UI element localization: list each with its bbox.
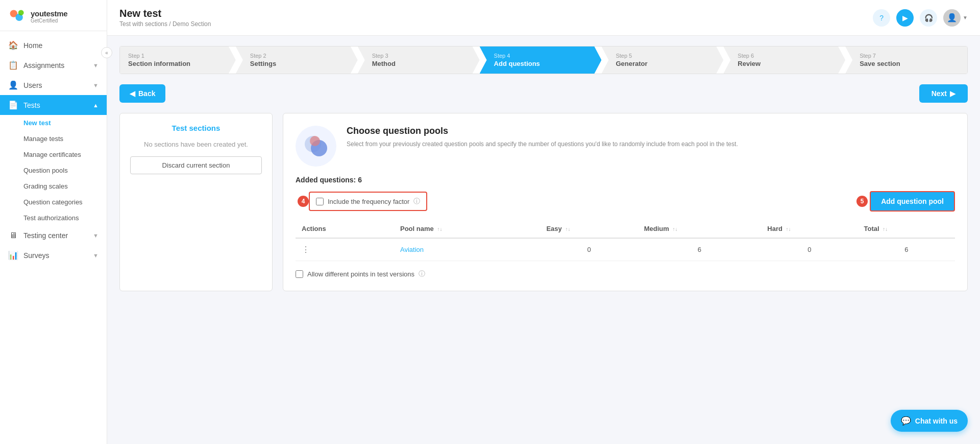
step-6[interactable]: Step 6 Review xyxy=(723,46,845,74)
sidebar-item-label: Tests xyxy=(23,101,88,109)
step-1[interactable]: Step 1 Section information xyxy=(120,46,236,74)
sort-icon[interactable]: ↑↓ xyxy=(786,226,791,232)
nav-buttons: ◀ Back Next ▶ xyxy=(119,84,968,103)
step-1-label: Section information xyxy=(128,60,228,67)
chevron-down-icon: ▼ xyxy=(93,82,99,88)
sort-icon[interactable]: ↑↓ xyxy=(883,226,888,232)
sort-icon[interactable]: ↑↓ xyxy=(437,226,442,232)
row-medium: 6 xyxy=(638,238,762,261)
row-total: 6 xyxy=(858,238,955,261)
chat-icon: 💬 xyxy=(901,416,911,426)
sidebar-collapse-button[interactable]: « xyxy=(101,47,112,58)
pool-header: Choose question pools Select from your p… xyxy=(296,126,955,167)
frequency-factor-label: Include the frequency factor xyxy=(328,198,409,205)
step-6-number: Step 6 xyxy=(738,53,837,59)
surveys-icon: 📊 xyxy=(8,250,18,260)
frequency-info-icon[interactable]: ⓘ xyxy=(413,197,420,206)
step-6-label: Review xyxy=(738,60,837,67)
help-button[interactable]: ? xyxy=(873,9,890,27)
col-total: Total ↑↓ xyxy=(858,220,955,238)
steps-wizard: Step 1 Section information Step 2 Settin… xyxy=(119,46,968,74)
back-arrow-icon: ◀ xyxy=(130,89,135,98)
step-4[interactable]: Step 4 Add questions xyxy=(480,46,602,74)
pool-table-body: ⋮ Aviation 0 6 0 6 xyxy=(296,238,955,261)
logo-sub: GetCertified xyxy=(31,18,67,24)
assignments-icon: 📋 xyxy=(8,60,18,70)
step-5-number: Step 5 xyxy=(616,53,715,59)
pool-description: Select from your previously created ques… xyxy=(347,139,738,149)
sidebar-item-testing-center[interactable]: 🖥 Testing center ▼ xyxy=(0,226,107,245)
step-1-number: Step 1 xyxy=(128,53,228,59)
allow-points-label: Allow different points in test versions xyxy=(307,270,414,278)
sidebar-sub-test-auth[interactable]: Test authorizations xyxy=(0,210,107,226)
step-7-number: Step 7 xyxy=(860,53,959,59)
chevron-down-icon: ▼ xyxy=(93,232,99,239)
sidebar-sub-manage-certs[interactable]: Manage certificates xyxy=(0,147,107,162)
sidebar-sub-manage-tests[interactable]: Manage tests xyxy=(0,131,107,147)
col-actions: Actions xyxy=(296,220,394,238)
back-button[interactable]: ◀ Back xyxy=(119,84,165,103)
breadcrumb: Test with sections / Demo Section xyxy=(119,20,211,28)
users-icon: 👤 xyxy=(8,80,18,90)
row-menu-button[interactable]: ⋮ xyxy=(302,245,310,254)
sidebar-sub-grading-scales[interactable]: Grading scales xyxy=(0,178,107,194)
table-row: ⋮ Aviation 0 6 0 6 xyxy=(296,238,955,261)
main-content: New test Test with sections / Demo Secti… xyxy=(107,0,980,444)
sidebar-item-tests[interactable]: 📄 Tests ▲ xyxy=(0,95,107,115)
allow-points-checkbox[interactable] xyxy=(296,270,303,278)
pool-icon xyxy=(296,126,336,167)
chat-button[interactable]: 💬 Chat with us xyxy=(891,410,968,432)
step-7[interactable]: Step 7 Save section xyxy=(845,46,967,74)
sidebar-sub-question-cats[interactable]: Question categories xyxy=(0,194,107,210)
sidebar-item-label: Users xyxy=(23,81,88,89)
user-dropdown[interactable]: 👤 ▼ xyxy=(943,9,968,27)
row-hard: 0 xyxy=(761,238,857,261)
sidebar-item-home[interactable]: 🏠 Home xyxy=(0,35,107,55)
topbar-actions: ? ▶ 🎧 👤 ▼ xyxy=(873,9,968,27)
sort-icon[interactable]: ↑↓ xyxy=(672,226,677,232)
topbar-title-section: New test Test with sections / Demo Secti… xyxy=(119,8,211,28)
step-5[interactable]: Step 5 Generator xyxy=(601,46,723,74)
sidebar-item-surveys[interactable]: 📊 Surveys ▼ xyxy=(0,245,107,265)
right-panel: Choose question pools Select from your p… xyxy=(283,113,968,291)
sidebar-sub-new-test[interactable]: New test xyxy=(0,115,107,131)
step-4-number: Step 4 xyxy=(494,53,594,59)
pool-name-link[interactable]: Aviation xyxy=(400,246,424,253)
step-3[interactable]: Step 3 Method xyxy=(358,46,480,74)
step-badge-4: 4 xyxy=(298,196,309,207)
play-button[interactable]: ▶ xyxy=(896,9,914,27)
sidebar-item-assignments[interactable]: 📋 Assignments ▼ xyxy=(0,55,107,75)
discard-section-button[interactable]: Discard current section xyxy=(130,156,262,174)
question-pool-illustration xyxy=(301,131,331,161)
allow-points-row: Allow different points in test versions … xyxy=(296,269,955,278)
panels: Test sections No sections have been crea… xyxy=(119,113,968,291)
sidebar-item-users[interactable]: 👤 Users ▼ xyxy=(0,75,107,95)
headset-button[interactable]: 🎧 xyxy=(920,9,937,27)
pool-table-header: Actions Pool name ↑↓ Easy ↑↓ M xyxy=(296,220,955,238)
step-3-label: Method xyxy=(372,60,472,67)
step-2-number: Step 2 xyxy=(250,53,350,59)
tests-icon: 📄 xyxy=(8,100,18,110)
logo: youtestme GetCertified xyxy=(0,0,107,31)
col-medium: Medium ↑↓ xyxy=(638,220,762,238)
page-title: New test xyxy=(119,8,211,19)
row-actions: ⋮ xyxy=(296,238,394,261)
col-pool-name: Pool name ↑↓ xyxy=(394,220,540,238)
avatar: 👤 xyxy=(943,9,961,27)
frequency-factor-checkbox[interactable] xyxy=(316,198,324,205)
testing-center-icon: 🖥 xyxy=(8,231,18,240)
col-easy: Easy ↑↓ xyxy=(540,220,638,238)
step-4-label: Add questions xyxy=(494,60,594,67)
step-3-number: Step 3 xyxy=(372,53,472,59)
step-7-label: Save section xyxy=(860,60,959,67)
step-badge-5: 5 xyxy=(856,196,868,207)
step-2[interactable]: Step 2 Settings xyxy=(236,46,358,74)
frequency-factor-container: Include the frequency factor ⓘ xyxy=(309,192,427,211)
sidebar-nav: 🏠 Home 📋 Assignments ▼ 👤 Users ▼ 📄 Tests… xyxy=(0,31,107,444)
step-5-label: Generator xyxy=(616,60,715,67)
sort-icon[interactable]: ↑↓ xyxy=(565,226,570,232)
next-button[interactable]: Next ▶ xyxy=(919,84,968,103)
add-question-pool-button[interactable]: Add question pool xyxy=(870,191,955,212)
sidebar-sub-question-pools[interactable]: Question pools xyxy=(0,162,107,178)
allow-points-info-icon[interactable]: ⓘ xyxy=(419,269,425,278)
